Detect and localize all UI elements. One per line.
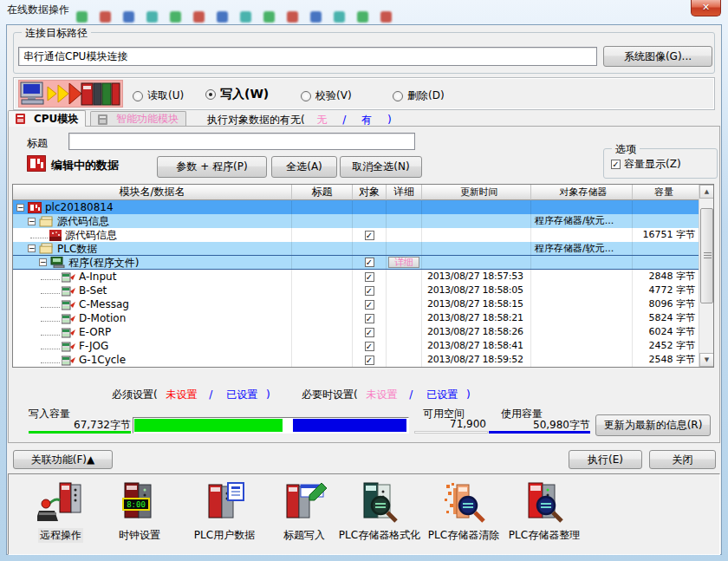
capacity-display-checkbox[interactable]: ✓ 容量显示(Z) xyxy=(611,157,681,172)
table-row[interactable]: − 源代码信息 程序存储器/软元... xyxy=(13,214,713,228)
program-icon xyxy=(62,327,75,338)
program-icon xyxy=(62,313,75,324)
tree-expander-icon[interactable]: − xyxy=(28,218,36,225)
deselect-all-button[interactable]: 取消全选(N) xyxy=(340,156,422,178)
plc-memory-arrange-icon xyxy=(501,479,588,525)
tree-expander-icon[interactable]: − xyxy=(16,204,24,212)
title-write-icon xyxy=(261,479,348,525)
target-checkbox[interactable]: ✓ xyxy=(365,258,374,267)
table-row[interactable]: A-Input ✓ 2013/08/27 18:57:53 2848 字节 xyxy=(13,270,713,284)
close-icon[interactable]: ✕ xyxy=(691,0,721,16)
optional-setting-status: 必要时设置( 未设置 / 已设置 ) xyxy=(302,388,471,402)
detail-button[interactable]: 详细 xyxy=(388,257,419,268)
plc-user-data-tool[interactable]: PLC用户数据 xyxy=(181,479,268,543)
target-checkbox[interactable]: ✓ xyxy=(365,286,374,296)
scroll-up-icon[interactable]: ▲ xyxy=(699,185,714,199)
header-title[interactable]: 标题 xyxy=(292,185,353,200)
header-detail[interactable]: 详细 xyxy=(387,185,422,200)
scrollbar-thumb[interactable] xyxy=(700,208,713,303)
param-program-button[interactable]: 参数 + 程序(P) xyxy=(157,156,267,178)
table-scrollbar[interactable]: ▲ ▼ xyxy=(699,185,713,367)
related-functions-button[interactable]: 关联功能(F)▲ xyxy=(13,450,113,469)
table-row[interactable]: D-Motion ✓ 2013/08/27 18:58:21 5824 字节 xyxy=(13,311,713,325)
tab-intelligent-module[interactable]: 智能功能模块 xyxy=(90,111,186,127)
svg-text:8:00: 8:00 xyxy=(127,500,146,509)
refresh-info-button[interactable]: 更新为最新的信息(R) xyxy=(595,414,711,436)
target-checkbox[interactable]: ✓ xyxy=(365,300,374,310)
radio-selected-icon xyxy=(205,89,216,100)
options-group: 选项 ✓ 容量显示(Z) xyxy=(603,148,718,179)
remote-operation-tool[interactable]: 远程操作 xyxy=(17,479,104,543)
title-input[interactable] xyxy=(68,133,415,150)
used-capacity-bar xyxy=(293,419,406,432)
target-checkbox[interactable]: ✓ xyxy=(365,231,374,240)
background-app-icons xyxy=(76,11,614,24)
table-row[interactable]: B-Set ✓ 2013/08/27 18:58:05 4772 字节 xyxy=(13,284,713,297)
tree-expander-icon[interactable]: − xyxy=(28,245,36,252)
plc-memory-arrange-tool[interactable]: PLC存储器整理 xyxy=(501,479,588,543)
table-row[interactable]: C-Messag ✓ 2013/08/27 18:58:15 8096 字节 xyxy=(13,297,713,311)
header-target-memory[interactable]: 对象存储器 xyxy=(531,185,633,200)
source-info-icon xyxy=(49,230,62,241)
options-group-label: 选项 xyxy=(612,142,640,157)
target-checkbox[interactable]: ✓ xyxy=(365,356,374,365)
system-image-button[interactable]: 系统图像(G)... xyxy=(603,46,712,67)
window-title: 在线数据操作 xyxy=(7,3,69,17)
exec-none-value: 无 xyxy=(317,114,328,126)
required-set-value: 已设置 xyxy=(226,388,257,401)
clock-setting-tool[interactable]: 8:00 时钟设置 xyxy=(96,479,183,543)
header-target[interactable]: 对象 xyxy=(353,185,387,200)
mode-radio-verify[interactable]: 校验(V) xyxy=(301,88,352,103)
table-row[interactable]: 源代码信息 ✓ 16751 字节 xyxy=(13,228,713,242)
write-capacity-legend xyxy=(29,431,131,434)
related-functions-panel: 远程操作 8:00 时钟设置 xyxy=(8,473,720,555)
target-checkbox[interactable]: ✓ xyxy=(365,342,374,351)
select-all-button[interactable]: 全选(A) xyxy=(271,156,337,178)
table-row[interactable]: F-JOG ✓ 2013/08/27 18:58:41 2452 字节 xyxy=(13,339,713,353)
optional-set-value: 已设置 xyxy=(426,388,458,401)
data-table: 模块名/数据名 标题 对象 详细 更新时间 对象存储器 容量 − plc2018… xyxy=(12,184,714,368)
close-button[interactable]: 关闭 xyxy=(649,450,716,469)
title-write-tool[interactable]: 标题写入 xyxy=(261,479,348,543)
title-label: 标题 xyxy=(27,136,48,151)
program-file-icon xyxy=(50,257,65,268)
program-icon xyxy=(62,341,75,352)
required-not-set-value: 未设置 xyxy=(166,388,198,401)
table-row[interactable]: − plc20180814 xyxy=(13,200,713,214)
tree-expander-icon[interactable]: − xyxy=(39,258,47,266)
folder-icon xyxy=(39,243,54,254)
target-checkbox[interactable]: ✓ xyxy=(365,328,374,337)
table-row[interactable]: G-1Cycle ✓ 2013/08/27 18:59:52 2548 字节 xyxy=(13,353,713,367)
plc-project-icon xyxy=(28,202,42,213)
tab-cpu-module[interactable]: CPU模块 xyxy=(8,110,86,127)
plc-user-data-icon xyxy=(181,479,268,525)
dialog-body: 连接目标路径 系统图像(G)... 读取(U) 写入(W) 校验(V) xyxy=(6,24,722,555)
header-capacity[interactable]: 容量 xyxy=(633,185,699,200)
mode-radio-delete[interactable]: 删除(D) xyxy=(393,88,445,103)
remote-operation-icon xyxy=(17,479,104,525)
header-update-time[interactable]: 更新时间 xyxy=(422,185,531,200)
scroll-down-icon[interactable]: ▼ xyxy=(699,353,714,367)
optional-not-set-value: 未设置 xyxy=(367,388,398,401)
table-row[interactable]: − 程序(程序文件) ✓ 详细 xyxy=(13,256,713,270)
used-capacity-legend xyxy=(489,431,590,434)
program-icon xyxy=(62,285,75,297)
free-space-legend xyxy=(414,431,488,434)
plc-memory-format-tool[interactable]: PLC存储器格式化 xyxy=(336,479,423,543)
exec-have-value: 有 xyxy=(361,114,372,126)
radio-circle-icon xyxy=(393,91,403,101)
plc-memory-clear-tool[interactable]: PLC存储器清除 xyxy=(420,479,507,543)
free-space-value: 71,900 xyxy=(426,418,486,430)
table-row[interactable]: − PLC数据 程序存储器/软元... xyxy=(13,242,713,256)
mode-radio-read[interactable]: 读取(U) xyxy=(133,88,184,103)
required-setting-status: 必须设置( 未设置 / 已设置 ) xyxy=(112,388,270,402)
mode-radio-write[interactable]: 写入(W) xyxy=(205,87,269,102)
table-row[interactable]: E-ORP ✓ 2013/08/27 18:58:26 6024 字节 xyxy=(13,325,713,339)
header-module-name[interactable]: 模块名/数据名 xyxy=(13,185,292,200)
target-checkbox[interactable]: ✓ xyxy=(365,314,374,323)
program-icon xyxy=(62,355,75,366)
cpu-module-icon xyxy=(16,114,27,124)
execute-button[interactable]: 执行(E) xyxy=(569,450,642,469)
connection-path-input[interactable] xyxy=(18,47,597,66)
target-checkbox[interactable]: ✓ xyxy=(365,272,374,282)
